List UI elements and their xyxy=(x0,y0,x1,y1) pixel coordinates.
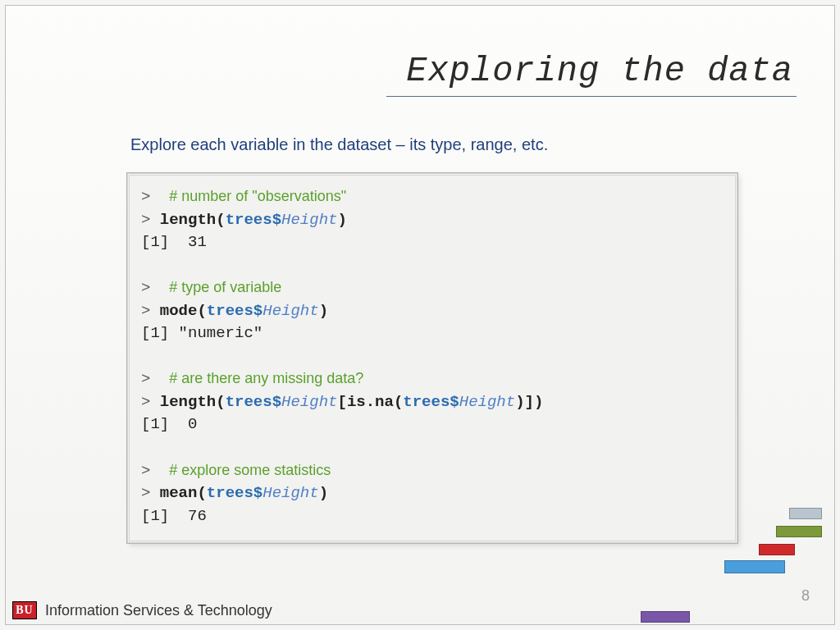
code-block: > # number of "observations" > length(tr… xyxy=(127,173,737,543)
comment: # explore some statistics xyxy=(169,462,331,478)
decor-block xyxy=(724,560,785,573)
footer-text: Information Services & Technology xyxy=(45,602,272,619)
slide-title: Exploring the data xyxy=(386,52,797,97)
comment: # number of "observations" xyxy=(169,188,346,204)
output: [1] 31 xyxy=(141,233,207,251)
code-fn: length( xyxy=(160,211,226,229)
decor-block xyxy=(776,526,822,537)
output: [1] 76 xyxy=(141,507,207,525)
page-number: 8 xyxy=(801,587,810,605)
decor-block xyxy=(759,544,795,555)
comment: # type of variable xyxy=(169,279,281,295)
slide: Exploring the data Explore each variable… xyxy=(5,5,835,625)
footer: BU Information Services & Technology xyxy=(6,601,272,619)
comment: # are there any missing data? xyxy=(169,370,363,386)
output: [1] "numeric" xyxy=(141,324,262,342)
output: [1] 0 xyxy=(141,415,197,433)
decor-block xyxy=(789,508,822,519)
slide-subtitle: Explore each variable in the dataset – i… xyxy=(130,135,548,154)
decor-block xyxy=(641,611,690,623)
bu-logo: BU xyxy=(12,601,37,619)
